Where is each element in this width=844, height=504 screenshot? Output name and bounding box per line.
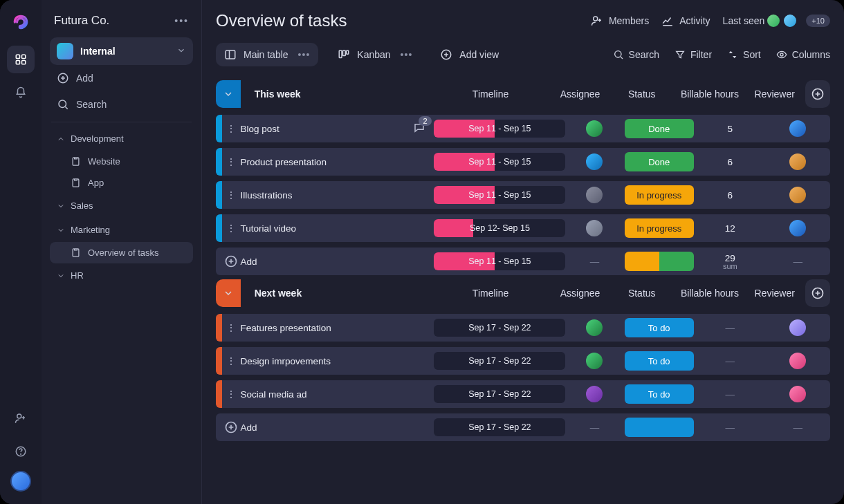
workspace-menu-button[interactable]: ••• <box>174 15 189 26</box>
tool-columns[interactable]: Columns <box>776 49 830 60</box>
timeline-cell[interactable]: Sep 11 - Sep 15 <box>434 120 565 138</box>
reviewer-cell[interactable] <box>766 353 830 369</box>
timeline-cell[interactable]: Sep 11 - Sep 15 <box>434 186 565 204</box>
more-members-chip[interactable]: +10 <box>806 15 830 27</box>
assignee-cell[interactable] <box>565 120 623 137</box>
row-menu-button[interactable]: ⋮ <box>222 322 240 333</box>
hours-cell[interactable]: — <box>695 356 766 366</box>
group-collapse-button[interactable] <box>216 80 241 108</box>
sidebar-search-button[interactable]: Search <box>50 91 193 118</box>
column-header-status[interactable]: Status <box>608 288 676 299</box>
add-task-button[interactable] <box>222 420 240 434</box>
reviewer-cell[interactable] <box>766 187 830 203</box>
sidebar-add-button[interactable]: Add <box>50 65 193 91</box>
timeline-cell[interactable]: Sep 12- Sep 15 <box>434 219 565 237</box>
column-header-timeline[interactable]: Timeline <box>429 88 553 100</box>
row-menu-button[interactable]: ⋮ <box>222 355 240 366</box>
table-row[interactable]: ⋮Tutorial videoSep 12- Sep 15In progress… <box>216 214 830 242</box>
hours-cell[interactable]: 6 <box>695 157 766 167</box>
tree-section-marketing[interactable]: Marketing <box>50 218 193 242</box>
assignee-cell[interactable] <box>565 153 623 170</box>
column-header-assignee[interactable]: Assignee <box>552 288 607 299</box>
row-menu-button[interactable]: ⋮ <box>222 223 240 234</box>
status-cell[interactable]: To do <box>623 351 695 371</box>
hours-cell[interactable]: — <box>695 323 766 333</box>
status-cell[interactable]: To do <box>623 384 695 404</box>
current-user-avatar[interactable] <box>10 471 31 492</box>
nav-dashboard-icon[interactable] <box>7 46 35 73</box>
hours-cell[interactable]: — <box>695 389 766 400</box>
row-menu-button[interactable]: ⋮ <box>222 123 240 134</box>
table-row[interactable]: ⋮Design imrpovementsSep 17 - Sep 22To do… <box>216 347 830 375</box>
tree-section-sales[interactable]: Sales <box>50 194 193 218</box>
row-menu-button[interactable]: ⋮ <box>222 389 240 400</box>
tree-item-app[interactable]: App <box>50 172 193 194</box>
nav-notifications-icon[interactable] <box>7 79 35 106</box>
hours-cell[interactable]: 5 <box>695 124 766 134</box>
nav-invite-icon[interactable] <box>7 404 35 432</box>
row-menu-button[interactable]: ⋮ <box>222 156 240 167</box>
task-name[interactable]: Blog post2 <box>240 122 434 136</box>
assignee-cell[interactable] <box>565 386 623 402</box>
table-row[interactable]: ⋮IllusstrationsSep 11 - Sep 15In progres… <box>216 181 830 209</box>
column-header-assignee[interactable]: Assignee <box>552 88 607 100</box>
column-header-timeline[interactable]: Timeline <box>429 288 553 299</box>
add-task-button[interactable] <box>222 254 240 268</box>
column-header-reviewer[interactable]: Reviewer <box>744 288 805 299</box>
add-task-label[interactable]: Add <box>240 422 434 433</box>
status-cell[interactable]: To do <box>623 318 695 337</box>
status-cell[interactable]: Done <box>623 152 695 171</box>
status-cell[interactable]: In progress <box>623 185 695 205</box>
reviewer-cell[interactable] <box>766 386 830 402</box>
table-row[interactable]: ⋮Features presentationSep 17 - Sep 22To … <box>216 314 830 342</box>
reviewer-cell[interactable] <box>766 153 830 170</box>
column-header-status[interactable]: Status <box>608 88 676 100</box>
assignee-cell[interactable] <box>565 319 623 336</box>
tool-filter[interactable]: Filter <box>675 49 712 60</box>
task-name[interactable]: Tutorial video <box>240 223 434 234</box>
group-collapse-button[interactable] <box>216 279 241 307</box>
tree-section-development[interactable]: Development <box>50 127 193 151</box>
add-column-button[interactable] <box>805 80 830 108</box>
timeline-cell[interactable]: Sep 11 - Sep 15 <box>434 153 565 171</box>
status-cell[interactable]: Done <box>623 119 695 138</box>
column-header-hours[interactable]: Billable hours <box>676 88 744 100</box>
view-menu-icon[interactable]: ••• <box>298 49 311 60</box>
project-selector[interactable]: Internal <box>50 37 193 65</box>
column-header-reviewer[interactable]: Reviewer <box>744 88 805 100</box>
table-row[interactable]: ⋮Social media adSep 17 - Sep 22To do— <box>216 380 830 408</box>
timeline-cell[interactable]: Sep 17 - Sep 22 <box>434 319 565 337</box>
tool-sort[interactable]: Sort <box>727 49 761 60</box>
tree-item-website[interactable]: Website <box>50 151 193 172</box>
reviewer-cell[interactable] <box>766 220 830 236</box>
column-header-hours[interactable]: Billable hours <box>676 288 744 299</box>
tool-search[interactable]: Search <box>613 49 659 60</box>
add-column-button[interactable] <box>805 279 830 307</box>
table-row[interactable]: ⋮Product presentationSep 11 - Sep 15Done… <box>216 148 830 176</box>
row-menu-button[interactable]: ⋮ <box>222 189 240 200</box>
assignee-cell[interactable] <box>565 353 623 369</box>
reviewer-cell[interactable] <box>766 319 830 336</box>
timeline-cell[interactable]: Sep 17 - Sep 22 <box>434 352 565 370</box>
reviewer-cell[interactable] <box>766 120 830 137</box>
nav-help-icon[interactable] <box>7 438 35 465</box>
add-view-button[interactable]: Add view <box>432 43 507 66</box>
task-name[interactable]: Illusstrations <box>240 190 434 200</box>
task-name[interactable]: Product presentation <box>240 157 434 167</box>
tree-section-hr[interactable]: HR <box>50 263 193 288</box>
task-name[interactable]: Design imrpovements <box>240 356 434 366</box>
members-button[interactable]: Members <box>591 15 649 27</box>
hours-cell[interactable]: 12 <box>695 223 766 234</box>
hours-cell[interactable]: 6 <box>695 190 766 200</box>
view-kanban[interactable]: Kanban ••• <box>329 43 421 66</box>
task-name[interactable]: Features presentation <box>240 323 434 333</box>
tree-item-overview[interactable]: Overview of tasks <box>50 242 193 263</box>
comments-indicator[interactable]: 2 <box>413 122 425 136</box>
view-menu-icon[interactable]: ••• <box>401 49 413 60</box>
view-main-table[interactable]: Main table ••• <box>216 43 318 66</box>
last-seen[interactable]: Last seen +10 <box>723 13 830 28</box>
assignee-cell[interactable] <box>565 220 623 236</box>
assignee-cell[interactable] <box>565 187 623 203</box>
task-name[interactable]: Social media ad <box>240 389 434 400</box>
table-row[interactable]: ⋮Blog post2Sep 11 - Sep 15Done5 <box>216 115 830 142</box>
